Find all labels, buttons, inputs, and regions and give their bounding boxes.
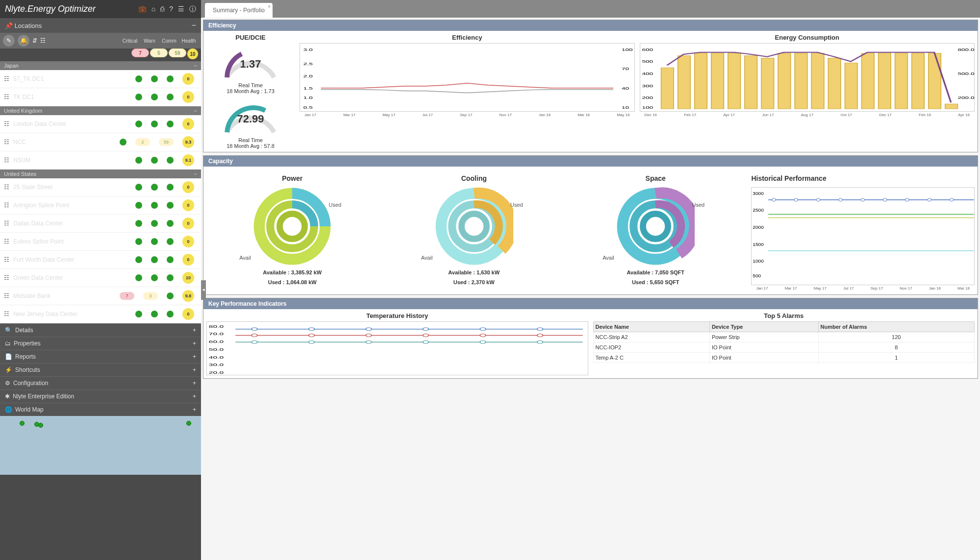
col-health: Health (179, 38, 198, 44)
location-item[interactable]: ☷Arlington Splice Point0 (0, 196, 201, 215)
database-icon: ☷ (4, 238, 9, 245)
space-donut: Used Avail (616, 187, 695, 266)
sidebar-panel-shortcuts[interactable]: ⚡Shortcuts+ (0, 363, 201, 376)
sidebar-panel-world-map[interactable]: 🌐World Map+ (0, 403, 201, 416)
sidebar-toggle[interactable]: ◄ (201, 280, 206, 300)
location-item[interactable]: ☷Euless Splice Point0 (0, 233, 201, 251)
location-item[interactable]: ☷Green Data Center10 (0, 269, 201, 287)
power-donut: Used Avail (253, 187, 331, 266)
home-icon[interactable]: ⌂ (151, 5, 155, 14)
collapse-icon[interactable]: − (192, 21, 196, 30)
top-alarms-title: Top 5 Alarms (593, 312, 975, 319)
used-label: Used (692, 202, 704, 208)
space-title: Space (570, 174, 741, 182)
svg-rect-19 (661, 68, 674, 109)
sidebar-panel-details[interactable]: 🔍Details+ (0, 323, 201, 337)
sort-icon[interactable]: ⇵ (32, 37, 37, 44)
location-item[interactable]: ☷NCC2599.3 (0, 133, 201, 151)
svg-point-89 (366, 341, 372, 343)
sidebar-panel-configuration[interactable]: ⚙Configuration+ (0, 376, 201, 390)
svg-text:500.0: 500.0 (957, 72, 974, 75)
print-icon[interactable]: ⎙ (160, 5, 164, 14)
table-row[interactable]: Temp A-2 CIO Point1 (593, 353, 975, 363)
svg-point-86 (537, 334, 543, 337)
info-icon[interactable]: ⓘ (189, 5, 196, 14)
col-comm: Comm (160, 38, 178, 44)
svg-text:20.0: 20.0 (209, 370, 224, 375)
location-item[interactable]: ☷Midstate Bank739.8 (0, 287, 201, 305)
cooling-donut: Used Avail (435, 187, 513, 266)
svg-text:300: 300 (642, 84, 653, 88)
svg-rect-21 (694, 53, 707, 109)
total-health-badge[interactable]: 10 (187, 49, 198, 59)
svg-rect-26 (778, 53, 791, 109)
svg-text:200: 200 (642, 96, 653, 99)
svg-point-81 (251, 334, 257, 337)
sidebar-panel-reports[interactable]: 📄Reports+ (0, 350, 201, 363)
location-item[interactable]: ☷TK DC10 (0, 88, 201, 106)
svg-text:30.0: 30.0 (209, 363, 224, 367)
location-item[interactable]: ☷25 State Street0 (0, 178, 201, 196)
close-icon[interactable]: × (268, 4, 271, 9)
svg-point-56 (772, 198, 776, 201)
total-critical-badge[interactable]: 7 (131, 49, 149, 57)
svg-point-42 (461, 214, 486, 239)
table-row[interactable]: NCC-IOP2IO Point8 (593, 342, 975, 353)
svg-rect-31 (861, 53, 874, 109)
location-group[interactable]: United States− (0, 170, 201, 178)
tab-label: Summary - Portfolio (213, 7, 265, 14)
world-map[interactable] (0, 416, 201, 475)
section-kpi-header: Key Performance Indicators (203, 298, 978, 309)
temp-history-chart: 80.070.060.050.040.030.020.0 (206, 321, 588, 375)
svg-point-76 (309, 328, 315, 331)
alarm-col-type: Device Type (709, 322, 818, 332)
total-comm-badge[interactable]: 59 (169, 49, 186, 57)
svg-rect-34 (911, 53, 924, 109)
db-icon[interactable]: ☷ (40, 37, 46, 44)
location-item[interactable]: ☷Dallas Data Center0 (0, 215, 201, 233)
location-item[interactable]: ☷NSUM9.1 (0, 151, 201, 170)
tab-summary-portfolio[interactable]: Summary - Portfolio × (205, 3, 273, 18)
svg-point-39 (280, 214, 305, 239)
help-icon[interactable]: ? (169, 5, 173, 14)
avail-label: Avail (421, 255, 433, 261)
avail-label: Avail (603, 255, 614, 261)
location-item[interactable]: ☷Fort Worth Data Center0 (0, 251, 201, 269)
svg-rect-20 (678, 56, 690, 109)
svg-text:40: 40 (622, 86, 629, 90)
col-critical: Critical (121, 38, 139, 44)
database-icon: ☷ (4, 292, 9, 299)
location-item[interactable]: ☷London Data Center0 (0, 115, 201, 133)
location-item[interactable]: ☷57_TK DC10 (0, 70, 201, 88)
efficiency-chart-title: Efficiency (300, 34, 635, 41)
sidebar-panel-properties[interactable]: 🗂Properties+ (0, 337, 201, 350)
svg-text:400: 400 (642, 72, 653, 75)
svg-text:10: 10 (622, 105, 629, 109)
svg-rect-32 (878, 53, 891, 109)
svg-point-78 (423, 328, 429, 331)
efficiency-chart: 3.02.52.01.51.00.5 100704010 (300, 43, 635, 112)
table-row[interactable]: NCC-Strip A2Power Strip120 (593, 332, 975, 342)
briefcase-icon[interactable]: 💼 (138, 5, 147, 14)
svg-point-83 (366, 334, 372, 337)
location-item[interactable]: ☷New Jersey Data Center0 (0, 305, 201, 323)
svg-point-80 (537, 328, 543, 331)
svg-text:1.5: 1.5 (303, 86, 313, 90)
locations-panel-header[interactable]: 📌 Locations − (0, 18, 201, 33)
list-icon[interactable]: ☰ (178, 5, 184, 14)
svg-rect-23 (728, 53, 740, 109)
edit-icon[interactable]: ✎ (3, 35, 15, 47)
bell-icon[interactable]: 🔔 (18, 35, 29, 47)
historical-xaxis: Jan 17Mar 17May 17Jul 17Sep 17Nov 17Jan … (751, 285, 975, 292)
section-capacity-header: Capacity (203, 156, 978, 167)
database-icon: ☷ (4, 311, 9, 317)
total-warn-badge[interactable]: 5 (150, 49, 168, 57)
historical-chart: 30002500200015001000500 (751, 187, 975, 285)
svg-rect-36 (945, 104, 957, 109)
database-icon: ☷ (4, 75, 9, 82)
sidebar-panel-nlyte-enterprise-edition[interactable]: ✱Nlyte Enterprise Edition+ (0, 390, 201, 403)
location-group[interactable]: United Kingdom− (0, 106, 201, 115)
svg-point-88 (309, 341, 315, 343)
svg-rect-24 (744, 56, 757, 109)
location-group[interactable]: Japan− (0, 61, 201, 70)
